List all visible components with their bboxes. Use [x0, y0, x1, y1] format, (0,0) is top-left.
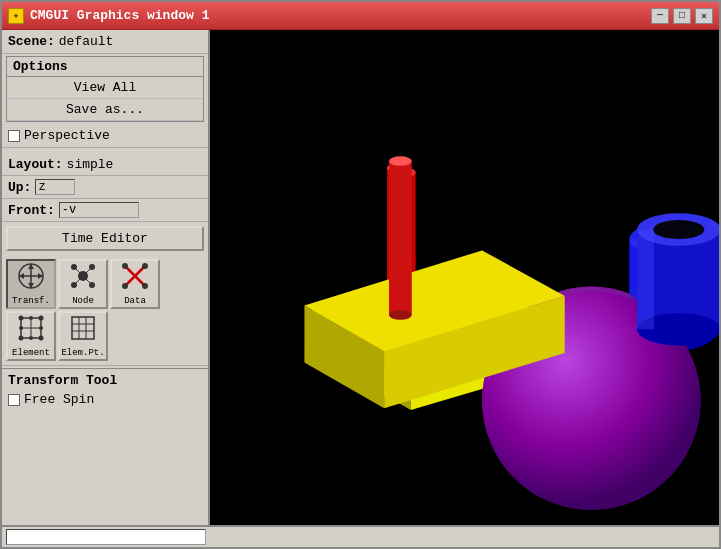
left-panel: Scene: default Options View All Save as.… — [2, 30, 210, 525]
elempt-label: Elem.Pt. — [61, 348, 104, 358]
perspective-row: Perspective — [2, 124, 208, 148]
window-title: CMGUI Graphics window 1 — [30, 8, 651, 23]
transf-label: Transf. — [12, 296, 50, 306]
transf-icon — [17, 262, 45, 294]
svg-point-71 — [389, 156, 412, 166]
layout-label: Layout: — [8, 157, 63, 172]
maximize-button[interactable]: □ — [673, 8, 691, 24]
up-input[interactable] — [35, 179, 75, 195]
svg-point-28 — [39, 336, 44, 341]
front-row: Front: — [2, 199, 208, 222]
svg-point-30 — [29, 336, 33, 340]
main-window: ★ CMGUI Graphics window 1 ─ □ ✕ Scene: d… — [0, 0, 721, 549]
viewport[interactable] — [210, 30, 719, 525]
save-as-button[interactable]: Save as... — [7, 99, 203, 121]
view-all-button[interactable]: View All — [7, 77, 203, 99]
close-button[interactable]: ✕ — [695, 8, 713, 24]
data-icon — [121, 262, 149, 294]
options-header: Options — [7, 57, 203, 77]
svg-point-27 — [19, 336, 24, 341]
perspective-label: Perspective — [24, 128, 110, 143]
element-label: Element — [12, 348, 50, 358]
node-icon — [69, 262, 97, 294]
svg-point-26 — [39, 316, 44, 321]
free-spin-row: Free Spin — [8, 392, 202, 407]
perspective-checkbox[interactable] — [8, 130, 20, 142]
svg-point-25 — [19, 316, 24, 321]
minimize-button[interactable]: ─ — [651, 8, 669, 24]
svg-point-29 — [29, 316, 33, 320]
tool-button-node[interactable]: Node — [58, 259, 108, 309]
scene-label: Scene: — [8, 34, 55, 49]
free-spin-label: Free Spin — [24, 392, 94, 407]
svg-rect-33 — [72, 317, 94, 339]
tool-button-data[interactable]: Data — [110, 259, 160, 309]
element-icon — [17, 314, 45, 346]
svg-point-72 — [389, 310, 412, 320]
svg-rect-70 — [389, 161, 412, 315]
titlebar-buttons: ─ □ ✕ — [651, 8, 713, 24]
panel-spacer — [2, 411, 208, 525]
front-input[interactable] — [59, 202, 139, 218]
svg-point-65 — [653, 220, 704, 239]
window-icon: ★ — [8, 8, 24, 24]
free-spin-checkbox[interactable] — [8, 394, 20, 406]
scene-3d — [210, 30, 719, 525]
tool-button-transf[interactable]: Transf. — [6, 259, 56, 309]
transform-section: Transform Tool Free Spin — [2, 368, 208, 411]
svg-point-18 — [122, 263, 128, 269]
layout-value: simple — [67, 157, 114, 172]
elempt-icon — [69, 314, 97, 346]
tool-buttons-grid: Transf. — [2, 255, 208, 366]
layout-row: Layout: simple — [2, 154, 208, 176]
svg-point-19 — [142, 263, 148, 269]
tool-button-elempt[interactable]: Elem.Pt. — [58, 311, 108, 361]
titlebar: ★ CMGUI Graphics window 1 ─ □ ✕ — [2, 2, 719, 30]
3d-scene-svg — [210, 30, 719, 525]
status-input[interactable] — [6, 529, 206, 545]
time-editor-button[interactable]: Time Editor — [6, 226, 204, 251]
svg-point-20 — [122, 283, 128, 289]
svg-point-31 — [19, 326, 23, 330]
up-row: Up: — [2, 176, 208, 199]
main-content: Scene: default Options View All Save as.… — [2, 30, 719, 525]
tool-button-element[interactable]: Element — [6, 311, 56, 361]
up-label: Up: — [8, 180, 31, 195]
transform-title: Transform Tool — [8, 373, 202, 388]
scene-value: default — [59, 34, 114, 49]
scene-row: Scene: default — [2, 30, 208, 54]
svg-point-21 — [142, 283, 148, 289]
data-label: Data — [124, 296, 146, 306]
options-section: Options View All Save as... — [6, 56, 204, 122]
svg-point-32 — [39, 326, 43, 330]
front-label: Front: — [8, 203, 55, 218]
bottom-bar — [2, 525, 719, 547]
svg-rect-66 — [637, 230, 654, 330]
node-label: Node — [72, 296, 94, 306]
